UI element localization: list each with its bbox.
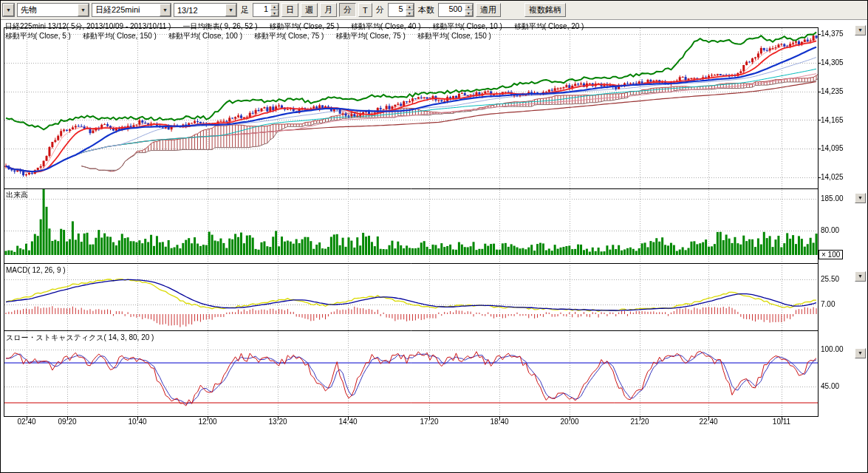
spinner-down-icon[interactable]: ▼ [406, 10, 414, 17]
time-axis-tick: 13:20 [268, 418, 287, 426]
chevron-down-icon[interactable]: ▼ [225, 4, 236, 16]
time-axis-tick: 21:20 [630, 418, 649, 426]
time-axis-tick: 20:00 [560, 418, 578, 426]
spinner-down-icon[interactable]: ▼ [465, 10, 473, 17]
legend-line-2: 移動平均( Close, 5 )移動平均( Close, 150 )移動平均( … [5, 31, 503, 41]
symbol-value: 日経225mini [92, 4, 160, 16]
price-axis-tick: 14,235 [821, 87, 844, 95]
minute-unit-label: 分 [376, 4, 384, 16]
symbol-dropdown[interactable]: 日経225mini▼ [92, 3, 171, 17]
bars-value[interactable]: 500 [439, 4, 465, 16]
period-minute-button[interactable]: 分 [339, 3, 356, 17]
volume-axis-tick: 80.00 [821, 226, 839, 234]
spinner-down-icon[interactable]: ▼ [270, 10, 278, 17]
legend-line-1: 日経225mini 13/12( 5分, 2013/10/09 - 2013/1… [5, 21, 595, 32]
legend-ma5: 移動平均( Close, 5 ) [5, 32, 71, 40]
price-axis-tick: 14,305 [821, 58, 844, 67]
spinner-up-icon[interactable]: ▲ [270, 4, 278, 10]
stoch-axis-tick: 100.00 [821, 345, 844, 353]
time-axis-tick: 09:20 [58, 418, 76, 426]
price-scale-scroll-button[interactable]: ▼ [855, 25, 866, 35]
time-axis-tick: 10:40 [128, 418, 146, 426]
chevron-down-icon[interactable]: ▼ [160, 4, 171, 16]
chart-window: ▼ 先物▼ 日経225mini▼ 13/12▼ 足 1▲▼ 日 週 月 分 T … [0, 0, 868, 473]
legend-ma150: 移動平均( Close, 150 ) [83, 32, 157, 40]
period-week-button[interactable]: 週 [301, 3, 318, 17]
minute-value[interactable]: 5 [389, 4, 406, 16]
legend-ma10: 移動平均( Close, 10 ) [432, 22, 502, 30]
macd-axis-tick: 7.00 [821, 300, 835, 308]
minute-spinner[interactable]: 5▲▼ [388, 3, 414, 17]
spinner-up-icon[interactable]: ▲ [465, 4, 473, 10]
interval-spinner[interactable]: 1▲▼ [253, 3, 279, 17]
volume-axis-tick: 185.00 [821, 194, 844, 203]
period-month-button[interactable]: 月 [320, 3, 337, 17]
chevron-down-icon[interactable]: ▼ [78, 4, 89, 16]
price-axis-tick: 14,165 [821, 116, 844, 124]
price-axis-tick: 14,375 [821, 30, 844, 38]
time-axis-tick: 18:40 [490, 418, 508, 426]
timeframe-label: 足 [241, 4, 249, 16]
price-axis-tick: 14,095 [821, 144, 844, 152]
contract-month-dropdown[interactable]: 13/12▼ [174, 3, 237, 17]
macd-axis-tick: 25.50 [821, 275, 839, 283]
stoch-scale-scroll-button[interactable]: ▼ [855, 348, 866, 358]
legend-ma75: 移動平均( Close, 75 ) [254, 32, 324, 40]
macd-scale-scroll-button[interactable]: ▼ [855, 271, 866, 282]
period-day-button[interactable]: 日 [281, 3, 298, 17]
contract-month-value: 13/12 [174, 6, 225, 15]
interval-value[interactable]: 1 [253, 4, 270, 16]
spinner-up-icon[interactable]: ▲ [406, 4, 414, 10]
price-axis-tick: 14,025 [821, 173, 844, 181]
legend-ma20: 移動平均( Close, 20 ) [514, 22, 584, 30]
legend-ma40: 移動平均( Close, 40 ) [351, 22, 420, 30]
instrument-type-value: 先物 [18, 4, 78, 16]
stoch-axis-tick: 45.00 [821, 382, 839, 390]
apply-button[interactable]: 適用 [476, 3, 501, 17]
bars-label: 本数 [418, 4, 434, 16]
time-axis-tick: 22:40 [699, 418, 717, 426]
volume-multiplier-badge: × 100 [819, 250, 843, 259]
legend-ichimoku: 一目均衡表( 9, 26, 52 ) [182, 22, 257, 30]
time-axis-tick: 14:40 [338, 418, 357, 426]
multi-symbol-button[interactable]: 複数銘柄 [524, 3, 566, 17]
time-axis-tick: 02:40 [17, 418, 35, 426]
macd-panel-label: MACD( 12, 26, 9 ) [6, 266, 66, 274]
stoch-panel-label: スロー・ストキャスティクス( 14, 3, 80, 20 ) [6, 333, 154, 343]
legend-ma25: 移動平均( Close, 25 ) [270, 22, 339, 30]
legend-ma75b: 移動平均( Close, 75 ) [335, 32, 405, 40]
volume-panel-label: 出来高 [6, 190, 28, 200]
chevron-down-icon[interactable]: ▼ [3, 4, 14, 16]
time-axis-tick: 10/11 [773, 418, 790, 426]
legend-ma100: 移動平均( Close, 100 ) [168, 32, 242, 40]
time-axis-tick: 12:00 [198, 418, 216, 426]
legend-ma150b: 移動平均( Close, 150 ) [417, 32, 491, 40]
chart-style-dropdown[interactable]: ▼ [2, 3, 15, 17]
toolbar: ▼ 先物▼ 日経225mini▼ 13/12▼ 足 1▲▼ 日 週 月 分 T … [1, 1, 867, 20]
bars-spinner[interactable]: 500▲▼ [438, 3, 474, 17]
time-axis-tick: 17:20 [420, 418, 438, 426]
volume-scale-scroll-button[interactable]: ▼ [855, 193, 866, 203]
legend-chart-title: 日経225mini 13/12( 5分, 2013/10/09 - 2013/1… [5, 22, 171, 30]
chart-canvas[interactable] [1, 1, 868, 473]
instrument-type-dropdown[interactable]: 先物▼ [17, 3, 89, 17]
period-tick-button[interactable]: T [358, 3, 372, 17]
